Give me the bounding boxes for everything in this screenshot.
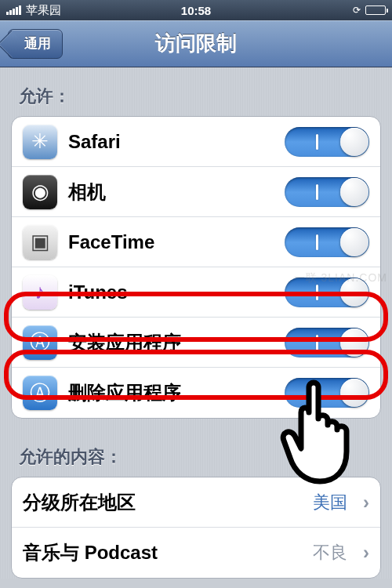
watermark: 一联 3LIAN.COM bbox=[294, 271, 387, 285]
status-bar: 苹果园 10:58 ⟳ bbox=[0, 0, 392, 20]
row-delete-apps[interactable]: Ⓐ 删除应用程序 bbox=[12, 368, 380, 418]
orientation-lock-icon: ⟳ bbox=[353, 5, 361, 16]
chevron-right-icon: › bbox=[363, 542, 369, 564]
back-button[interactable]: 通用 bbox=[8, 29, 63, 59]
row-install-apps[interactable]: Ⓐ 安装应用程序 bbox=[12, 318, 380, 368]
nav-bar: 通用 访问限制 bbox=[0, 20, 392, 67]
camera-icon: ◉ bbox=[23, 175, 57, 209]
clock: 10:58 bbox=[132, 4, 259, 17]
section-header-allow: 允许： bbox=[0, 75, 392, 116]
content-group: 分级所在地区 美国 › 音乐与 Podcast 不良 › bbox=[11, 477, 381, 579]
appstore-icon: Ⓐ bbox=[23, 325, 57, 360]
row-camera[interactable]: ◉ 相机 bbox=[12, 167, 380, 217]
battery-icon bbox=[365, 5, 386, 15]
row-facetime[interactable]: ▣ FaceTime bbox=[12, 217, 380, 267]
facetime-icon: ▣ bbox=[23, 225, 57, 260]
row-ratings-region[interactable]: 分级所在地区 美国 › bbox=[12, 477, 380, 528]
row-label: 安装应用程序 bbox=[68, 330, 274, 355]
carrier-label: 苹果园 bbox=[26, 3, 61, 18]
appstore-icon: Ⓐ bbox=[23, 376, 57, 410]
itunes-icon: ♪ bbox=[23, 275, 57, 310]
row-label: FaceTime bbox=[68, 231, 274, 253]
chevron-right-icon: › bbox=[363, 492, 369, 514]
allow-group: ✳︎ Safari ◉ 相机 ▣ FaceTime ♪ iTunes Ⓐ 安装应… bbox=[11, 116, 381, 419]
back-button-label: 通用 bbox=[24, 34, 51, 53]
row-label: iTunes bbox=[68, 281, 274, 303]
row-label: Safari bbox=[68, 131, 274, 153]
toggle-camera[interactable] bbox=[285, 177, 369, 207]
section-header-content: 允许的内容： bbox=[0, 436, 392, 477]
row-label: 相机 bbox=[68, 180, 274, 205]
signal-icon bbox=[6, 5, 21, 15]
row-label: 删除应用程序 bbox=[68, 380, 274, 405]
safari-icon: ✳︎ bbox=[23, 125, 57, 159]
row-label: 音乐与 Podcast bbox=[23, 540, 302, 565]
row-safari[interactable]: ✳︎ Safari bbox=[12, 117, 380, 167]
row-label: 分级所在地区 bbox=[23, 490, 302, 515]
row-value: 不良 bbox=[313, 541, 352, 564]
toggle-install-apps[interactable] bbox=[285, 328, 369, 358]
toggle-safari[interactable] bbox=[285, 127, 369, 157]
row-value: 美国 bbox=[313, 491, 352, 514]
content-scroll[interactable]: 允许： ✳︎ Safari ◉ 相机 ▣ FaceTime ♪ iTunes Ⓐ… bbox=[0, 67, 392, 579]
toggle-facetime[interactable] bbox=[285, 227, 369, 257]
row-music-podcast[interactable]: 音乐与 Podcast 不良 › bbox=[12, 528, 380, 578]
toggle-delete-apps[interactable] bbox=[285, 378, 369, 408]
